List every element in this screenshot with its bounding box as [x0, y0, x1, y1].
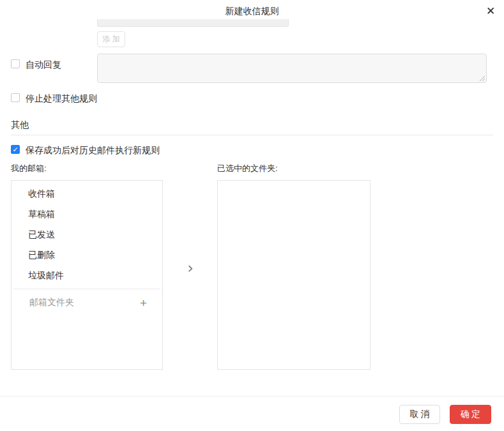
other-section-heading: 其他 [11, 119, 29, 131]
checkmark-icon: ✓ [12, 146, 18, 153]
selected-folders-label: 已选中的文件夹: [217, 163, 278, 174]
auto-reply-textarea[interactable] [97, 54, 487, 83]
mailbox-item-inbox[interactable]: 收件箱 [11, 184, 162, 204]
close-icon[interactable]: ✕ [482, 3, 499, 19]
auto-reply-label: 自动回复 [26, 59, 61, 71]
new-mail-rule-dialog: 新建收信规则 ✕ 添加 自动回复 停止处理其他规则 其他 ✓ 保存成功后对历史邮… [0, 0, 504, 431]
source-folders-label: 我的邮箱: [11, 163, 47, 174]
confirm-button[interactable]: 确定 [450, 405, 491, 424]
cancel-button[interactable]: 取消 [399, 405, 440, 424]
stop-processing-checkbox[interactable] [11, 93, 20, 102]
selected-folders-list[interactable] [217, 180, 370, 370]
apply-to-history-label: 保存成功后对历史邮件执行新规则 [26, 145, 160, 156]
section-divider [11, 135, 493, 135]
dialog-title: 新建收信规则 [0, 6, 504, 17]
move-right-icon[interactable]: › [185, 260, 196, 276]
mailbox-item-spam[interactable]: 垃圾邮件 [11, 266, 162, 286]
custom-folder-group-row[interactable]: 邮箱文件夹 + [11, 289, 162, 316]
auto-reply-checkbox[interactable] [11, 59, 20, 68]
rule-condition-input-clipped[interactable] [97, 19, 289, 27]
add-folder-icon[interactable]: + [140, 297, 147, 309]
add-condition-button[interactable]: 添加 [97, 31, 125, 47]
stop-processing-label: 停止处理其他规则 [26, 93, 97, 105]
mailbox-item-drafts[interactable]: 草稿箱 [11, 204, 162, 225]
apply-to-history-checkbox[interactable]: ✓ [11, 145, 20, 154]
mailbox-list: 收件箱 草稿箱 已发送 已删除 垃圾邮件 邮箱文件夹 + [11, 180, 163, 370]
custom-folder-group-label: 邮箱文件夹 [29, 297, 140, 308]
mailbox-item-deleted[interactable]: 已删除 [11, 245, 162, 266]
mailbox-item-sent[interactable]: 已发送 [11, 225, 162, 245]
footer-divider [0, 396, 504, 397]
